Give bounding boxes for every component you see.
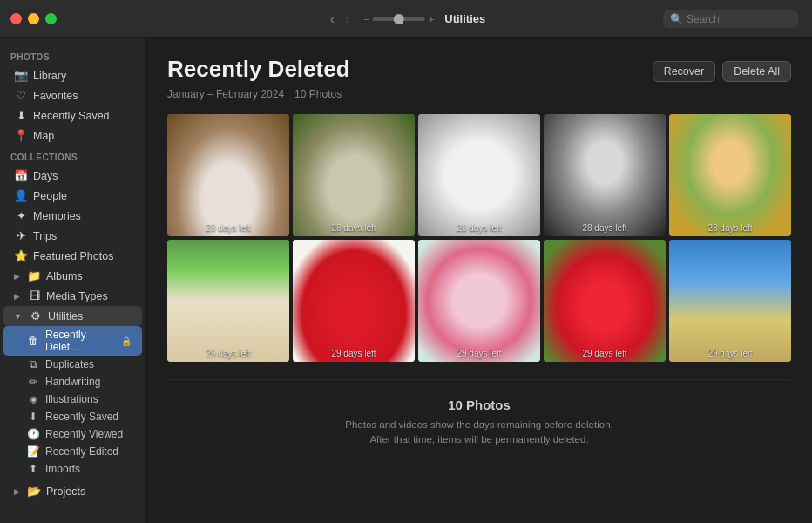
sidebar-item-label: Utilities (48, 310, 83, 323)
photo-cell-7[interactable]: 29 days left (293, 240, 415, 362)
photo-cell-6[interactable]: 29 days left (167, 240, 289, 362)
illustrations-icon: ◈ (26, 393, 40, 405)
sidebar-item-label: Featured Photos (33, 250, 113, 262)
search-box[interactable]: 🔍 (663, 10, 798, 28)
zoom-slider[interactable] (373, 17, 425, 21)
sidebar-item-memories[interactable]: ✦ Memories (3, 206, 142, 226)
sidebar-item-favorites[interactable]: ♡ Favorites (3, 85, 142, 105)
sidebar-item-people[interactable]: 👤 People (3, 186, 142, 206)
photo-grid: 28 days left28 days left28 days left28 d… (167, 114, 791, 362)
date-info: January – February 2024 10 Photos (167, 88, 791, 100)
recently-viewed-icon: 🕐 (26, 428, 40, 440)
sidebar-subitem-recently-viewed[interactable]: 🕐 Recently Viewed (3, 425, 142, 443)
sidebar-item-label: Library (33, 70, 66, 82)
sidebar-subitem-label: Recently Viewed (45, 428, 123, 440)
sidebar-subitem-recently-deleted[interactable]: 🗑 Recently Delet... 🔒 (3, 326, 142, 356)
sidebar-item-label: Trips (33, 230, 57, 242)
library-icon: 📷 (14, 69, 28, 82)
search-input[interactable] (687, 13, 791, 25)
photo-label-9: 29 days left (544, 349, 666, 358)
photo-cell-2[interactable]: 28 days left (293, 114, 415, 236)
person-icon: 👤 (14, 189, 28, 202)
photo-label-10: 29 days left (669, 349, 791, 358)
sidebar-item-days[interactable]: 📅 Days (3, 166, 142, 186)
photo-label-8: 29 days left (418, 349, 540, 358)
sidebar-item-recently-saved[interactable]: ⬇ Recently Saved (3, 105, 142, 126)
sidebar-item-utilities[interactable]: ▼ ⚙ Utilities (3, 306, 142, 326)
photo-overlay-8 (418, 240, 540, 362)
sidebar-subitem-imports[interactable]: ⬆ Imports (3, 460, 142, 478)
projects-icon: 📂 (27, 485, 41, 498)
forward-button[interactable]: › (342, 10, 353, 29)
duplicate-icon: ⧉ (26, 358, 40, 370)
search-icon: 🔍 (670, 13, 683, 25)
nav-arrows: ‹ › (327, 10, 354, 29)
expand-icon: ▶ (14, 272, 20, 281)
photos-section-label: Photos (0, 45, 145, 65)
sidebar-subitem-recently-saved-util[interactable]: ⬇ Recently Saved (3, 408, 142, 425)
sidebar-item-library[interactable]: 📷 Library (3, 65, 142, 85)
sidebar-item-label: Map (33, 130, 54, 142)
photo-overlay-5 (669, 114, 791, 236)
star-icon: ⭐ (14, 249, 28, 262)
footer-info: 10 Photos Photos and videos show the day… (167, 379, 791, 457)
photo-cell-8[interactable]: 29 days left (418, 240, 540, 362)
date-range: January – February 2024 (167, 88, 284, 100)
photo-cell-1[interactable]: 28 days left (167, 114, 289, 236)
sidebar-item-featured-photos[interactable]: ⭐ Featured Photos (3, 246, 142, 266)
photo-overlay-1 (167, 114, 289, 236)
albums-icon: 📁 (27, 269, 41, 282)
photo-cell-3[interactable]: 28 days left (418, 114, 540, 236)
photo-cell-9[interactable]: 29 days left (544, 240, 666, 362)
sidebar-subitem-label: Duplicates (45, 358, 94, 370)
photo-label-4: 28 days left (544, 223, 666, 233)
minimize-button[interactable] (28, 13, 39, 24)
sidebar-subitem-duplicates[interactable]: ⧉ Duplicates (3, 356, 142, 373)
sidebar-subitem-handwriting[interactable]: ✏ Handwriting (3, 373, 142, 391)
recover-button[interactable]: Recover (653, 61, 716, 82)
sidebar-item-label: Favorites (33, 90, 78, 102)
sidebar-item-projects[interactable]: ▶ 📂 Projects (3, 481, 142, 501)
sidebar-item-map[interactable]: 📍 Map (3, 126, 142, 146)
memories-icon: ✦ (14, 209, 28, 222)
media-icon: 🎞 (27, 289, 41, 302)
sidebar-item-trips[interactable]: ✈ Trips (3, 226, 142, 246)
photo-overlay-3 (418, 114, 540, 236)
page-title: Recently Deleted (167, 56, 350, 83)
imports-icon: ⬆ (26, 463, 40, 475)
map-icon: 📍 (14, 129, 28, 142)
close-button[interactable] (10, 13, 22, 24)
window-controls (10, 13, 57, 24)
utilities-icon: ⚙ (29, 309, 43, 323)
sidebar-item-label: Projects (46, 486, 85, 498)
photo-overlay-9 (544, 240, 666, 362)
trips-icon: ✈ (14, 229, 28, 242)
sidebar-subitem-recently-edited[interactable]: 📝 Recently Edited (3, 443, 142, 460)
heart-icon: ♡ (14, 89, 28, 102)
sidebar-item-albums[interactable]: ▶ 📁 Albums (3, 266, 142, 286)
zoom-control: − + (363, 14, 434, 24)
trash-icon: 🗑 (26, 335, 40, 347)
expand-icon: ▼ (14, 312, 22, 321)
photo-overlay-4 (544, 114, 666, 236)
photo-cell-5[interactable]: 28 days left (669, 114, 791, 236)
maximize-button[interactable] (45, 13, 57, 24)
back-button[interactable]: ‹ (327, 10, 338, 29)
photo-label-3: 28 days left (418, 223, 540, 233)
photo-cell-10[interactable]: 29 days left (669, 240, 791, 362)
footer-description: Photos and videos show the days remainin… (167, 418, 791, 448)
delete-all-button[interactable]: Delete All (722, 61, 791, 82)
sidebar-subitem-label: Recently Edited (45, 445, 118, 458)
photo-label-1: 28 days left (167, 223, 289, 233)
footer-count: 10 Photos (167, 397, 791, 412)
photo-label-2: 28 days left (293, 223, 415, 233)
sidebar: Photos 📷 Library ♡ Favorites ⬇ Recently … (0, 38, 146, 523)
collections-section-label: Collections (0, 146, 145, 166)
photo-cell-4[interactable]: 28 days left (544, 114, 666, 236)
sidebar-subitem-illustrations[interactable]: ◈ Illustrations (3, 391, 142, 408)
title-bar: ‹ › − + Utilities 🔍 (0, 0, 812, 38)
sidebar-item-media-types[interactable]: ▶ 🎞 Media Types (3, 286, 142, 306)
sidebar-subitem-label: Imports (45, 463, 80, 475)
sidebar-subitem-label: Illustrations (45, 393, 98, 405)
footer-desc-line1: Photos and videos show the days remainin… (345, 419, 613, 430)
